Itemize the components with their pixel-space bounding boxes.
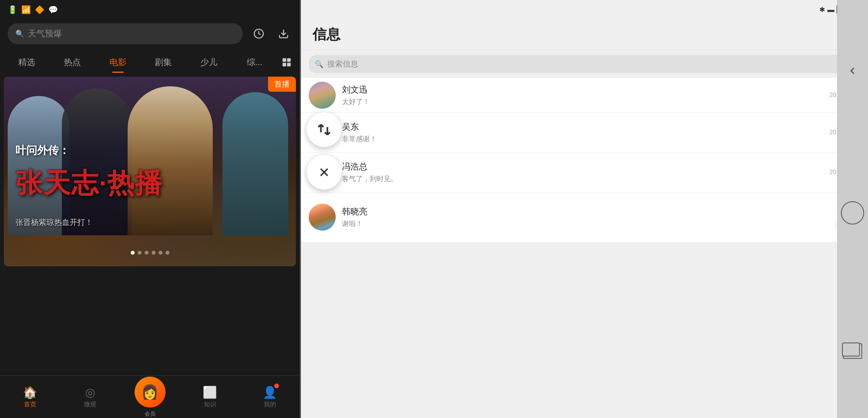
nav-home-button[interactable]: [841, 201, 864, 224]
search-messages-icon: 🔍: [315, 60, 323, 69]
search-input-placeholder: 天气预爆: [28, 28, 62, 39]
vip-button[interactable]: 👩: [135, 377, 166, 408]
nav-back-button[interactable]: [841, 59, 864, 82]
close-context-button[interactable]: [307, 155, 342, 190]
hero-title-cn: 张天志·热播: [15, 170, 163, 197]
nav-recents-button[interactable]: [843, 343, 862, 359]
nav-mine[interactable]: 👤 我的: [240, 385, 300, 409]
messages-title: 信息: [313, 25, 340, 44]
svg-rect-5: [287, 63, 290, 66]
dot-5: [159, 251, 162, 255]
dot-3: [145, 251, 149, 255]
msg-preview-3: 客气了，到时见。: [342, 174, 823, 183]
nav-weiguan[interactable]: ◎ 微观: [60, 385, 120, 409]
search-area: 🔍 天气预爆: [0, 19, 300, 48]
avatar-hanxiaoliang: [309, 204, 336, 231]
bottom-nav: 🏠 首页 ◎ 微观 👩 会员 ⬜ 知识 👤 我的: [0, 375, 300, 418]
msg-sender-4: 韩晓亮: [342, 206, 831, 218]
message-item-3[interactable]: 冯浩总 客气了，到时见。 2017/12/11: [301, 152, 868, 192]
avatar-liuwenxun: [309, 82, 336, 109]
nav-zhishi[interactable]: ⬜ 知识: [180, 385, 240, 409]
search-box[interactable]: 🔍 天气预爆: [8, 23, 243, 44]
nav-vip-label: 会员: [145, 411, 155, 418]
battery-icon: 🔋: [8, 5, 17, 14]
tab-redian[interactable]: 热点: [50, 52, 95, 73]
wifi-icon: 📶: [21, 5, 31, 14]
dot-4: [152, 251, 155, 255]
messages-panel: ✱ ▬ ▊ 9:10 信息 ⋮ 🔍 搜索信息 刘文迅 太好了！ 2017/12/…: [301, 0, 868, 418]
svg-rect-3: [287, 58, 290, 62]
message-icon: 💬: [48, 5, 58, 14]
tab-dianying[interactable]: 电影: [95, 52, 141, 73]
home-icon: 🏠: [23, 385, 37, 399]
tab-juji[interactable]: 剧集: [140, 52, 186, 73]
search-messages-box[interactable]: 🔍 搜索信息: [309, 55, 860, 73]
mine-icon: 👤: [263, 385, 277, 399]
grid-view-icon[interactable]: [277, 53, 296, 72]
msg-content-3: 冯浩总 客气了，到时见。: [342, 161, 823, 183]
nav-home[interactable]: 🏠 首页: [0, 385, 60, 409]
msg-preview-1: 太好了！: [342, 97, 823, 106]
svg-rect-2: [282, 58, 286, 62]
weiguan-icon: ◎: [85, 385, 95, 399]
msg-preview-2: 非常感谢！: [342, 134, 823, 144]
dot-2: [138, 251, 142, 255]
android-nav-bar: [837, 0, 868, 418]
search-icon: 🔍: [15, 29, 24, 38]
nav-weiguan-label: 微观: [84, 401, 96, 409]
svg-rect-4: [282, 63, 286, 66]
msg-sender-3: 冯浩总: [342, 161, 823, 173]
msg-content-1: 刘文迅 太好了！: [342, 84, 823, 106]
hero-banner[interactable]: 首播 叶问外传： 张天志·热播 张晋杨紫琼热血开打！: [4, 77, 296, 266]
search-messages-area: 🔍 搜索信息: [301, 50, 868, 78]
msg-sender-1: 刘文迅: [342, 84, 823, 96]
message-list: 刘文迅 太好了！ 2017/12/20 吴东 非常感谢！ 2017/12/13 …: [301, 78, 868, 418]
history-icon[interactable]: [250, 25, 267, 42]
battery-status: ▬: [827, 6, 834, 14]
bluetooth-icon: ✱: [819, 5, 825, 14]
tab-jingxuan[interactable]: 精选: [4, 52, 50, 73]
video-app-panel: 🔋 📶 🔶 💬 🔍 天气预爆: [0, 0, 300, 418]
msg-sender-2: 吴东: [342, 121, 823, 133]
status-bar-right: ✱ ▬ ▊ 9:10: [301, 0, 868, 19]
tab-zong[interactable]: 综...: [232, 52, 277, 73]
message-item-4[interactable]: 韩晓亮 谢啦！ 2 +: [301, 192, 868, 242]
banner-dots: [131, 251, 169, 255]
status-bar-left: 🔋 📶 🔶 💬: [0, 0, 300, 19]
nav-zhishi-label: 知识: [204, 401, 216, 409]
message-item-1[interactable]: 刘文迅 太好了！ 2017/12/20: [301, 78, 868, 113]
nav-center[interactable]: 👩 会员: [120, 377, 180, 418]
hero-subtitle: 张晋杨紫琼热血开打！: [15, 217, 93, 228]
hero-badge: 首播: [268, 77, 296, 92]
download-icon[interactable]: [275, 25, 292, 42]
hero-title-top: 叶问外传：: [15, 143, 70, 158]
dot-6: [166, 251, 169, 255]
dot-1: [131, 251, 135, 255]
tab-shaoer[interactable]: 少儿: [186, 52, 232, 73]
search-messages-placeholder: 搜索信息: [327, 59, 358, 69]
carrier-icon: 🔶: [35, 5, 44, 14]
nav-tabs: 精选 热点 电影 剧集 少儿 综...: [0, 48, 300, 73]
search-actions: [250, 25, 292, 42]
msg-content-2: 吴东 非常感谢！: [342, 121, 823, 144]
message-item-2[interactable]: 吴东 非常感谢！ 2017/12/13: [301, 113, 868, 152]
nav-home-label: 首页: [24, 401, 36, 409]
nav-mine-label: 我的: [264, 401, 276, 409]
messages-header: 信息 ⋮: [301, 19, 868, 50]
zhishi-icon: ⬜: [203, 385, 217, 399]
msg-content-4: 韩晓亮 谢啦！: [342, 206, 831, 228]
msg-preview-4: 谢啦！: [342, 219, 831, 228]
swap-context-button[interactable]: [307, 112, 342, 147]
